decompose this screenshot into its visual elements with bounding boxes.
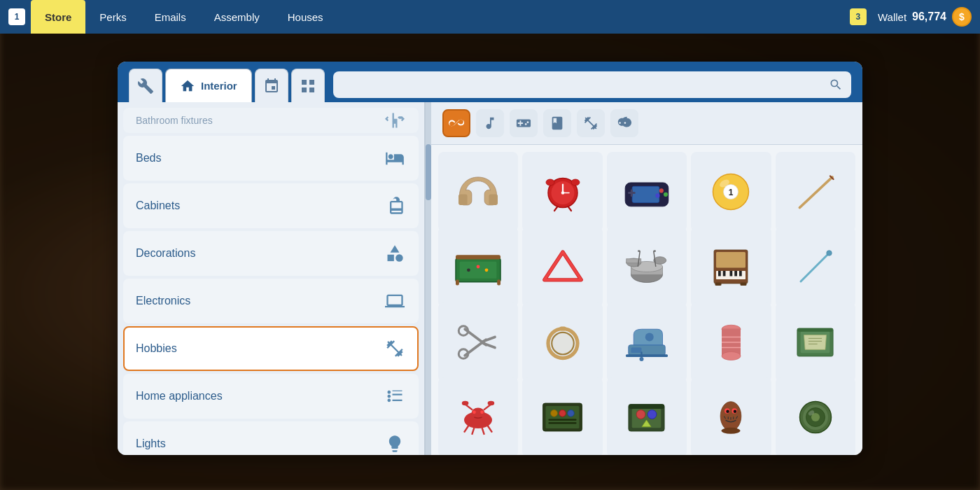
grid-item-pool-table[interactable]	[438, 227, 518, 307]
search-input[interactable]	[342, 79, 823, 90]
sidebar-item-electronics-icon	[384, 290, 406, 312]
cat-tab-tools[interactable]	[129, 69, 162, 102]
top-nav: 1 Store Perks Emails Assembly Houses 3 W…	[0, 0, 980, 34]
grid-item-knitting-needle[interactable]	[776, 227, 855, 307]
svg-rect-52	[741, 283, 747, 286]
cat-tab-exterior[interactable]	[255, 69, 288, 102]
svg-rect-46	[718, 271, 721, 276]
svg-rect-61	[559, 326, 566, 330]
svg-line-53	[801, 252, 830, 281]
grid-item-sewing-machine[interactable]	[607, 302, 687, 382]
svg-point-54	[827, 251, 832, 256]
filter-btn-games[interactable]	[510, 109, 538, 137]
grid-item-monster-figurine[interactable]	[691, 377, 771, 455]
svg-line-11	[568, 206, 571, 211]
filter-btn-toys[interactable]	[610, 109, 638, 137]
svg-point-62	[552, 333, 573, 354]
grid-item-piano[interactable]	[691, 227, 771, 307]
grid-item-triangle-rack[interactable]	[522, 227, 602, 307]
svg-point-28	[477, 265, 480, 269]
grid-item-embroidery-hoop[interactable]	[522, 302, 602, 382]
sidebar-item-beds[interactable]: Beds	[123, 136, 419, 181]
nav-tab-assembly[interactable]: Assembly	[200, 0, 274, 34]
grid-item-drum-set[interactable]	[607, 227, 687, 307]
filter-btn-all[interactable]	[442, 109, 470, 137]
grid-item-alarm-clock[interactable]	[522, 152, 602, 232]
nav-badge-left: 1	[8, 8, 25, 25]
svg-point-97	[568, 410, 575, 417]
filter-row	[431, 102, 862, 145]
grid-item-headphones[interactable]	[438, 152, 518, 232]
svg-point-109	[727, 410, 729, 413]
svg-rect-94	[546, 406, 580, 428]
sidebar-item-beds-icon	[384, 147, 406, 169]
svg-point-103	[637, 410, 646, 419]
sidebar: Bathroom fixtures Beds Cabinets	[118, 102, 426, 455]
sidebar-item-lights[interactable]: Lights	[123, 421, 419, 455]
svg-point-8	[546, 179, 554, 186]
svg-text:1: 1	[729, 188, 734, 197]
item-billiard-ball-visual: 1	[700, 161, 762, 223]
sidebar-scrollbar[interactable]	[426, 102, 431, 455]
grid-item-game-console[interactable]	[607, 152, 687, 232]
svg-rect-18	[631, 189, 633, 197]
svg-point-27	[467, 269, 470, 272]
filter-btn-music[interactable]	[476, 109, 504, 137]
sidebar-item-home-appliances-icon	[384, 385, 406, 407]
svg-line-90	[472, 428, 474, 435]
nav-tab-houses[interactable]: Houses	[274, 0, 337, 34]
cat-tab-grid[interactable]	[291, 69, 325, 102]
nav-tab-emails[interactable]: Emails	[141, 0, 200, 34]
svg-rect-30	[456, 280, 459, 286]
svg-rect-101	[629, 405, 664, 409]
sidebar-item-home-appliances-label: Home appliances	[136, 390, 223, 402]
svg-point-71	[722, 351, 741, 360]
svg-line-89	[464, 426, 468, 433]
sidebar-item-lights-label: Lights	[136, 438, 166, 450]
svg-point-86	[480, 410, 484, 414]
svg-point-9	[571, 179, 580, 186]
search-icon	[829, 78, 843, 92]
grid-item-pool-cue[interactable]	[776, 152, 855, 232]
sidebar-partial-icon	[384, 109, 406, 132]
grid-item-board-game-box[interactable]	[607, 377, 687, 455]
item-scissors-visual	[447, 312, 509, 373]
svg-rect-68	[626, 354, 668, 357]
item-board-game-visual	[531, 386, 593, 448]
svg-rect-13	[632, 186, 659, 202]
item-thread-spool-visual	[700, 312, 762, 373]
svg-point-0	[396, 254, 403, 262]
sidebar-item-partial[interactable]: Bathroom fixtures	[123, 108, 419, 133]
svg-rect-26	[460, 262, 497, 279]
sidebar-partial-label: Bathroom fixtures	[136, 115, 213, 126]
sidebar-item-hobbies-icon	[384, 337, 406, 360]
filter-btn-fitness[interactable]	[577, 109, 605, 137]
wallet-amount: 96,774	[912, 10, 946, 23]
sidebar-item-hobbies[interactable]: Hobbies	[123, 326, 419, 371]
cat-tab-interior[interactable]: Interior	[165, 69, 252, 102]
grid-item-billiard-ball[interactable]: 1	[691, 152, 771, 232]
sidebar-item-home-appliances[interactable]: Home appliances	[123, 374, 419, 419]
svg-rect-44	[716, 252, 746, 268]
nav-tab-perks[interactable]: Perks	[85, 0, 140, 34]
svg-rect-48	[730, 271, 733, 276]
grid-item-scissors[interactable]	[438, 302, 518, 382]
svg-rect-32	[456, 255, 500, 260]
sidebar-item-electronics[interactable]: Electronics	[123, 279, 419, 323]
sidebar-item-cabinets[interactable]: Cabinets	[123, 183, 419, 228]
grid-item-coin[interactable]	[776, 377, 855, 455]
grid-item-board-game[interactable]	[522, 377, 602, 455]
item-alarm-clock-visual	[531, 161, 593, 223]
svg-line-91	[482, 428, 484, 435]
svg-rect-2	[489, 195, 498, 205]
sidebar-item-decorations[interactable]: Decorations	[123, 231, 419, 276]
search-box[interactable]	[333, 71, 851, 98]
grid-item-thread-spool[interactable]	[691, 302, 771, 382]
sidebar-item-cabinets-icon	[384, 195, 406, 217]
grid-item-book-box[interactable]	[776, 302, 855, 382]
nav-tab-store[interactable]: Store	[31, 0, 85, 34]
svg-point-64	[645, 332, 654, 341]
svg-rect-47	[723, 271, 726, 276]
filter-btn-reading[interactable]	[543, 109, 571, 137]
grid-item-lobster[interactable]	[438, 377, 518, 455]
